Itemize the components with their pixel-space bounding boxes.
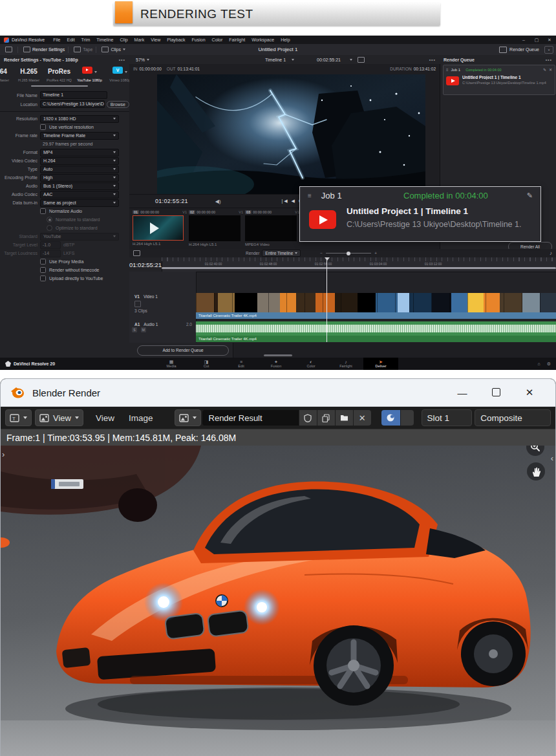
preset-prores[interactable]: ProRes ProRes 422 HQ [44, 67, 74, 82]
video-track-name[interactable]: Video 1 [144, 294, 158, 299]
pass-select[interactable]: Composite [475, 409, 551, 426]
speaker-icon[interactable]: ◀) [215, 199, 221, 204]
copy-icon[interactable] [317, 410, 335, 426]
video-codec-select[interactable]: H.264 [40, 157, 119, 165]
menu-item[interactable]: Color [209, 38, 226, 42]
mute-button[interactable]: M [141, 327, 146, 332]
vertical-resolution-checkbox[interactable] [40, 124, 46, 130]
monitor-icon[interactable] [5, 47, 12, 52]
clip-thumbnail-3[interactable]: 0300:00:00:00V1 MPEG4 Video [245, 209, 299, 246]
target-level-input[interactable]: -1.0 [40, 241, 61, 249]
upload-youtube-checkbox[interactable] [40, 275, 46, 281]
proxy-media-checkbox[interactable] [40, 259, 46, 265]
page-tab[interactable]: ▦ Media [154, 358, 189, 370]
audio-codec-select[interactable]: AAC [40, 191, 119, 199]
preset-vimeo[interactable]: Vimeo 1080p [105, 67, 130, 82]
audio-select[interactable]: Bus 1 (Stereo) [40, 182, 119, 190]
data-burn-in-select[interactable]: Same as project [40, 199, 119, 207]
menu-item[interactable]: Fairlight [226, 38, 248, 42]
timeline-hscroll-handle[interactable] [264, 354, 292, 356]
timeline-zoom-slider[interactable]: −+ [320, 251, 377, 255]
pan-hand-button[interactable] [527, 462, 545, 481]
project-manager-icon[interactable]: ⌂ [537, 362, 540, 367]
save-still-icon[interactable] [358, 57, 365, 63]
menu-item[interactable]: Clip [117, 38, 131, 42]
file-name-input[interactable]: Timeline 1 [40, 91, 107, 99]
close-button[interactable]: ✕ [513, 387, 546, 398]
tape-button[interactable]: Tape [83, 47, 92, 52]
minimize-button[interactable]: – [517, 38, 530, 42]
left-region-toggle[interactable]: › [2, 449, 5, 459]
display-channels-dropdown[interactable] [401, 410, 414, 426]
render-job-card[interactable]: ≡ Job 1 Completed in 00:04:00 ✎ ✕ Untitl… [443, 65, 555, 95]
queue-options-button[interactable]: ••• [546, 58, 552, 62]
resolution-select[interactable]: 1920 x 1080 HD [40, 115, 119, 123]
preset-h265[interactable]: H.265 H.265 Master [14, 67, 44, 82]
timeline-ruler[interactable]: 01:02:55:21 01:02:40:0001:02:48:0001:02:… [129, 257, 556, 272]
menu-item[interactable]: File [50, 38, 63, 42]
page-tab[interactable]: ♪ Fairlight [328, 358, 363, 370]
location-input[interactable]: C:\Users\Prestige 13 Ukiyoe\Desktop [40, 100, 105, 108]
render-viewport[interactable]: › ‹ [1, 446, 555, 756]
standard-select[interactable]: YouTube [40, 233, 119, 241]
format-select[interactable]: MP4 [40, 149, 119, 157]
audio-clip-waveform[interactable] [196, 321, 556, 336]
page-tab[interactable]: ◐ Color [294, 358, 328, 370]
encoding-profile-select[interactable]: High [40, 174, 119, 182]
image-name-field[interactable]: Render Result [202, 410, 299, 426]
audio-clip-name[interactable]: Titanfall Cinematic Trailer 4K.mp4 [196, 336, 556, 342]
audio-note-icon[interactable]: ♪ [550, 250, 552, 256]
drag-handle-icon[interactable]: ≡ [308, 192, 312, 199]
clip-thumbnail-2[interactable]: 0200:00:00:00V1 H.264 High L5.1 [189, 209, 243, 246]
render-queue-toggle[interactable]: Render Queue [509, 47, 539, 52]
type-select[interactable]: Auto [40, 166, 119, 173]
render-settings-button[interactable]: Render Settings [32, 47, 65, 52]
fake-user-shield-icon[interactable] [299, 410, 317, 426]
minimize-button[interactable]: — [445, 387, 479, 398]
timeline-scroll-bar[interactable] [162, 267, 556, 269]
open-folder-icon[interactable] [336, 410, 353, 426]
timeline-view-icon[interactable] [133, 250, 140, 256]
menu-item[interactable]: Help [277, 38, 293, 42]
zoom-select[interactable]: 57% [136, 58, 145, 62]
menu-item[interactable]: Trim [78, 38, 94, 42]
right-region-toggle[interactable]: ‹ [551, 453, 553, 463]
target-loudness-input[interactable]: -14 [40, 250, 61, 257]
browse-button[interactable]: Browse [107, 101, 129, 108]
slot-select[interactable]: Slot 1 [422, 409, 473, 426]
menu-item[interactable]: Playback [164, 38, 188, 42]
display-channels-button[interactable] [381, 410, 400, 426]
clip-thumbnail-1[interactable]: 0100:00:00:00V1 H.264 High L5.1 [133, 209, 187, 246]
panel-dropdown-button[interactable]: ⌄ [544, 46, 553, 54]
video-clip-filmstrip[interactable] [196, 293, 556, 312]
solo-button[interactable]: S [132, 327, 137, 332]
view-mode-dropdown[interactable]: View [35, 409, 83, 426]
video-preview[interactable] [157, 74, 425, 194]
render-without-timecode-checkbox[interactable] [40, 267, 46, 273]
page-tab[interactable]: ✦ Fusion [259, 358, 294, 370]
remove-job-icon[interactable]: ✕ [549, 67, 552, 72]
track-lock-icon[interactable] [134, 301, 141, 307]
viewer-options-button[interactable]: ••• [429, 58, 436, 62]
render-range-select[interactable]: Entire Timeline [262, 250, 301, 257]
preset-scrollbar[interactable] [31, 85, 88, 87]
frame-rate-select[interactable]: Timeline Frame Rate [40, 132, 119, 140]
resolve-app-menu[interactable]: DaVinci Resolve [12, 38, 45, 42]
unlink-x-icon[interactable]: ✕ [354, 410, 371, 426]
settings-gear-icon[interactable]: ⚙ [547, 362, 551, 367]
editor-type-button[interactable]: T [5, 409, 32, 426]
preset-h264[interactable]: H.264 H.264 Master [0, 67, 14, 82]
menu-item[interactable]: Fusion [189, 38, 209, 42]
close-button[interactable]: ✕ [543, 38, 556, 43]
edit-job-icon[interactable]: ✎ [543, 67, 546, 72]
audio-track-name[interactable]: Audio 1 [144, 322, 158, 327]
page-tab[interactable]: ≡ Edit [224, 358, 259, 370]
menu-item[interactable]: Timeline [93, 38, 116, 42]
panel-options-button[interactable]: ••• [119, 58, 125, 62]
clips-button[interactable]: Clips [111, 47, 121, 52]
menu-view[interactable]: View [89, 413, 122, 423]
normalize-audio-checkbox[interactable] [40, 208, 46, 214]
preset-youtube[interactable]: YouTube 1080p [74, 67, 105, 82]
maximize-button[interactable] [479, 387, 513, 398]
video-clip-name[interactable]: Titanfall Cinematic Trailer 4K.mp4 [196, 312, 556, 319]
